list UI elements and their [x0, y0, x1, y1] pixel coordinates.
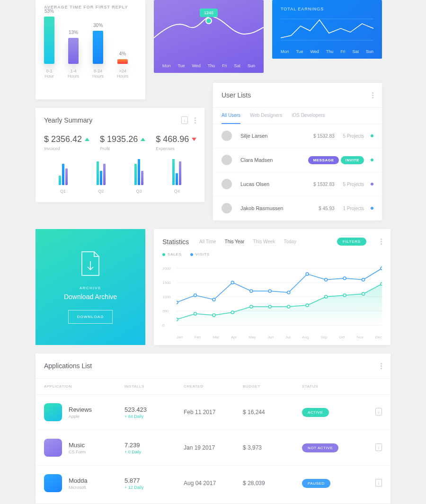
- reply-time-title: AVERAGE TIME FOR FIRST REPLY: [44, 5, 137, 9]
- svg-point-13: [287, 305, 290, 308]
- status-badge: NOT ACTIVE: [302, 443, 338, 452]
- trend-up-icon: [141, 138, 145, 141]
- quarter-Q2: Q2: [97, 161, 106, 194]
- more-icon[interactable]: [195, 117, 196, 124]
- stats-tab[interactable]: This Year: [225, 239, 245, 244]
- archive-card: ARCHIVE Download Archive DOWNLOAD: [36, 229, 145, 345]
- applications-card: Applications List APPLICATIONINSTALLSCRE…: [36, 354, 390, 504]
- statistics-card: Statistics All TimeThis YearThis WeekTod…: [154, 229, 390, 345]
- status-badge: ACTIVE: [302, 408, 329, 417]
- svg-point-12: [268, 305, 271, 308]
- stats-tab[interactable]: Today: [284, 239, 296, 244]
- status-dot: [371, 134, 373, 137]
- svg-point-21: [213, 298, 215, 301]
- more-icon[interactable]: [381, 239, 382, 245]
- svg-point-9: [213, 314, 215, 317]
- download-icon[interactable]: [375, 408, 382, 416]
- svg-point-17: [362, 292, 365, 295]
- svg-point-14: [306, 304, 309, 307]
- svg-point-27: [325, 278, 328, 281]
- purple-tooltip: 1245: [200, 9, 218, 17]
- avatar: [222, 179, 232, 189]
- app-icon: [44, 474, 62, 492]
- stats-tab[interactable]: This Week: [253, 239, 275, 244]
- status-dot: [371, 183, 373, 186]
- svg-point-20: [194, 294, 196, 297]
- user-row[interactable]: Lucas Olsen $ 1532.83 5 Projects: [213, 172, 382, 196]
- quarter-Q1: Q1: [59, 161, 68, 194]
- svg-point-28: [343, 277, 346, 280]
- user-row[interactable]: Silje Larsen $ 1532.83 5 Projects: [213, 124, 382, 148]
- statistics-title: Statistics: [162, 238, 189, 246]
- user-tab[interactable]: Web Designers: [250, 108, 282, 124]
- status-dot: [371, 159, 373, 161]
- reply-bar: 53% 0-1Hour: [44, 9, 54, 80]
- more-icon[interactable]: [381, 363, 382, 369]
- svg-point-10: [231, 311, 234, 314]
- svg-point-25: [287, 291, 290, 294]
- message-button[interactable]: MESSAGE: [308, 156, 338, 164]
- file-icon: [80, 251, 101, 276]
- user-row[interactable]: Clara Madsen MESSAGE INVITE: [213, 148, 382, 172]
- archive-sub: ARCHIVE: [80, 286, 101, 290]
- quarter-Q4: Q4: [172, 161, 181, 194]
- svg-point-29: [362, 278, 365, 281]
- avatar: [222, 203, 232, 213]
- app-icon: [44, 439, 62, 457]
- svg-point-24: [268, 290, 271, 292]
- svg-point-19: [177, 301, 178, 304]
- user-lists-title: User Lists: [222, 91, 251, 99]
- applications-title: Applications List: [44, 362, 92, 370]
- yearly-summary-card: Yearly Summary $ 2356.42 Invoiced $ 1935…: [36, 108, 204, 202]
- download-icon[interactable]: [375, 479, 382, 486]
- reply-time-card: AVERAGE TIME FOR FIRST REPLY 53% 0-1Hour…: [36, 0, 145, 99]
- app-row[interactable]: MusicCS Form 7.239+ 0 Daily Jan 19 2017 …: [36, 430, 390, 466]
- earnings-card: TOTAL EARNINGS MonTueWedThuFriSatSun: [272, 0, 382, 59]
- download-button[interactable]: DOWNLOAD: [68, 310, 113, 324]
- reply-bar: 30% 8-24Hours: [92, 23, 104, 80]
- summary-metric: $ 2356.42 Invoiced: [44, 134, 89, 151]
- svg-point-22: [231, 281, 234, 284]
- app-row[interactable]: ReviewsApple 523.423+ 84 Daily Feb 11 20…: [36, 395, 390, 430]
- user-lists-card: User Lists All UsersWeb DesignersiOS Dev…: [213, 83, 382, 221]
- svg-point-18: [381, 283, 382, 285]
- user-tab[interactable]: iOS Developers: [292, 108, 325, 124]
- avatar: [222, 131, 232, 141]
- yearly-summary-title: Yearly Summary: [44, 116, 92, 124]
- invite-button[interactable]: INVITE: [341, 156, 364, 164]
- more-icon[interactable]: [372, 92, 373, 98]
- trend-down-icon: [192, 138, 196, 141]
- user-row[interactable]: Jakob Rasmussen $ 45.93 1 Projects: [213, 196, 382, 221]
- statistics-chart: 2000150010005000: [162, 261, 382, 332]
- svg-point-11: [250, 305, 253, 308]
- avatar: [222, 155, 232, 165]
- download-icon[interactable]: [375, 443, 382, 451]
- svg-point-26: [306, 273, 309, 275]
- status-badge: PAUSED: [302, 479, 330, 488]
- filters-button[interactable]: FILTERS: [337, 238, 366, 246]
- status-dot: [371, 207, 373, 210]
- summary-metric: $ 1935.26 Profit: [100, 134, 145, 151]
- svg-point-15: [325, 295, 328, 298]
- svg-point-30: [381, 267, 382, 270]
- stats-tab[interactable]: All Time: [199, 239, 216, 244]
- weekly-purple-card: 1245 MonTueWedThuFriSatSun: [154, 0, 264, 73]
- svg-point-23: [250, 290, 253, 292]
- app-icon: [44, 403, 62, 421]
- reply-bar: 13% 1-4Hours: [68, 30, 79, 80]
- quarter-Q3: Q3: [134, 161, 143, 194]
- trend-up-icon: [85, 138, 89, 141]
- svg-point-8: [194, 312, 196, 315]
- summary-metric: $ 468.96 Expenses: [156, 134, 196, 151]
- svg-point-16: [343, 294, 346, 297]
- download-icon[interactable]: [181, 116, 188, 124]
- user-tab[interactable]: All Users: [222, 108, 240, 124]
- svg-point-7: [177, 318, 178, 321]
- app-row[interactable]: ModdaMicrosoft 5.877+ 12 Daily Aug 04 20…: [36, 466, 390, 501]
- reply-bar: 4% >24Hours: [117, 51, 128, 80]
- archive-title: Download Archive: [64, 293, 117, 301]
